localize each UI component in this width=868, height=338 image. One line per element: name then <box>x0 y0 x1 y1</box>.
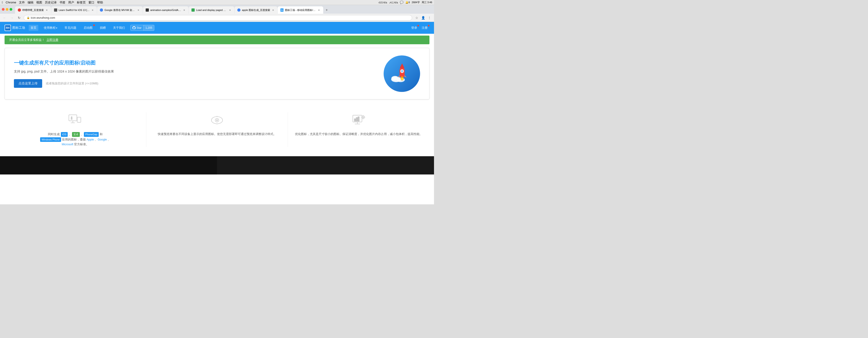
menu-help[interactable]: 帮助 <box>97 0 103 5</box>
address-bar: ← → ↻ 🔒 icon.wuruihong.com ☆ 👤 ⋮ <box>0 14 434 22</box>
address-input[interactable]: 🔒 icon.wuruihong.com <box>24 15 412 21</box>
feature-multiplatform: 同时生成 iOS 、安卓 、PhoneGap 和 Windows Phone 应… <box>5 107 146 152</box>
tab-close-icon[interactable]: ✕ <box>228 8 231 12</box>
network-down: ↓4.1 K/s <box>389 1 398 4</box>
bottom-panel-left <box>0 156 217 175</box>
upload-section: 点击这里上传 或者拖放您的设计文件到这里 (<=10MB) <box>14 79 383 88</box>
menu-edit[interactable]: 编辑 <box>28 0 33 5</box>
site-logo[interactable]: RH 图标工场 <box>5 25 25 31</box>
tab-paged-data[interactable]: Load and display paged data ... ✕ <box>189 6 234 14</box>
svg-point-30 <box>363 117 364 118</box>
svg-rect-28 <box>358 117 359 121</box>
tab-title: animation-samples/GridAdapt... <box>150 9 181 11</box>
menu-file[interactable]: 文件 <box>19 0 25 5</box>
eye-icon <box>209 112 225 128</box>
menu-user[interactable]: 用户 <box>68 0 74 5</box>
lock-icon: 🔒 <box>27 16 30 19</box>
tab-favicon <box>18 8 21 12</box>
user-account-icon[interactable]: 👤 <box>420 15 426 21</box>
chrome-window: 哔哩哔哩_百度搜索 ✕ Learn SwiftUI for iOS 13 [pa… <box>0 5 434 204</box>
launch-badge <box>93 24 95 26</box>
more-options-icon[interactable]: ⋮ <box>427 15 432 21</box>
svg-rect-11 <box>69 115 77 121</box>
svg-point-6 <box>401 70 403 72</box>
svg-point-14 <box>71 116 72 118</box>
tab-animation[interactable]: animation-samples/GridAdapt... ✕ <box>143 6 188 14</box>
android-tag[interactable]: 安卓 <box>72 132 80 137</box>
tab-close-icon[interactable]: ✕ <box>317 8 320 12</box>
tab-google-mvvm[interactable]: Google 推荐在 MVVM 架构中传... ✕ <box>97 6 143 14</box>
forward-button[interactable]: → <box>9 15 14 21</box>
back-button[interactable]: ← <box>2 15 7 21</box>
tab-icon-factory[interactable]: RH 图标工场 - 移动应用图标/启动图... ✕ <box>278 6 323 14</box>
features-section: 同时生成 iOS 、安卓 、PhoneGap 和 Windows Phone 应… <box>0 103 434 152</box>
clock: 周三 3:46 <box>422 1 432 4</box>
register-button[interactable]: 注册 <box>420 25 429 31</box>
svg-point-10 <box>401 78 403 80</box>
tab-apple-icon[interactable]: apple 图标生成_百度搜索 ✕ <box>235 6 277 14</box>
refresh-button[interactable]: ↻ <box>17 15 22 21</box>
logo-icon: RH <box>5 25 11 31</box>
new-tab-button[interactable]: + <box>323 7 330 13</box>
bookmark-star-icon[interactable]: ☆ <box>414 15 420 21</box>
tab-title: 哔哩哔哩_百度搜索 <box>22 8 44 12</box>
feature-optimize: 优化图标，尤其是尺寸较小的图标。保证清晰度，并优化图片内存占用，减小包体积，提高… <box>288 107 429 152</box>
nav-donate[interactable]: 捐赠 <box>98 25 107 31</box>
apple-menu[interactable]:  <box>2 1 3 4</box>
github-star-button[interactable]: Star 1,205 <box>130 25 154 31</box>
minimize-button[interactable] <box>6 8 8 11</box>
tab-close-icon[interactable]: ✕ <box>91 8 94 12</box>
nav-launch[interactable]: 启动图 <box>82 25 94 31</box>
main-desc: 支持 jpg, png, psd 文件。上传 1024 x 1024 像素的图片… <box>14 69 383 74</box>
maximize-button[interactable] <box>9 8 12 11</box>
tab-close-icon[interactable]: ✕ <box>183 8 186 12</box>
rocket-svg <box>389 61 414 86</box>
google-link[interactable]: Google <box>98 138 107 141</box>
svg-marker-4 <box>400 63 404 68</box>
phonegap-tag[interactable]: PhoneGap <box>84 132 99 137</box>
windows-phone-tag[interactable]: Windows Phone <box>40 137 61 142</box>
traffic-lights <box>0 7 14 12</box>
nav-home[interactable]: 首页 <box>29 25 38 31</box>
tab-favicon <box>146 8 149 12</box>
site-name: 图标工场 <box>12 26 25 30</box>
menu-window[interactable]: 窗口 <box>88 0 94 5</box>
promo-link[interactable]: 立即注册 <box>46 38 58 42</box>
main-card-content: 一键生成所有尺寸的应用图标/启动图 支持 jpg, png, psd 文件。上传… <box>14 60 383 88</box>
tab-swiftui[interactable]: Learn SwiftUI for iOS 13 [part... ✕ <box>51 6 97 14</box>
ios-tag[interactable]: iOS <box>61 132 68 137</box>
wechat-icon[interactable]: 💬 <box>400 1 403 4</box>
star-count[interactable]: 1,205 <box>144 25 154 31</box>
menu-tabs[interactable]: 标签页 <box>77 0 86 5</box>
tab-close-icon[interactable]: ✕ <box>137 8 140 12</box>
menu-bookmarks[interactable]: 书签 <box>60 0 65 5</box>
tab-title: apple 图标生成_百度搜索 <box>242 8 270 12</box>
tab-title: Google 推荐在 MVVM 架构中传... <box>104 8 135 12</box>
svg-rect-15 <box>71 118 72 120</box>
close-button[interactable] <box>2 8 5 11</box>
login-button[interactable]: 登录 <box>409 25 419 31</box>
tab-bilibili[interactable]: 哔哩哔哩_百度搜索 ✕ <box>15 6 51 14</box>
svg-rect-27 <box>356 118 357 121</box>
tab-title: 图标工场 - 移动应用图标/启动图... <box>285 8 316 12</box>
tab-bar: 哔哩哔哩_百度搜索 ✕ Learn SwiftUI for iOS 13 [pa… <box>14 5 434 14</box>
nav-faq[interactable]: 常见问题 <box>63 25 78 31</box>
menu-history[interactable]: 历史记录 <box>45 0 57 5</box>
svg-marker-8 <box>405 75 407 78</box>
microsoft-link[interactable]: Microsoft <box>62 143 73 146</box>
tab-close-icon[interactable]: ✕ <box>45 8 48 12</box>
tab-favicon <box>100 8 103 12</box>
apple-link[interactable]: Apple <box>87 138 94 141</box>
rocket-illustration <box>383 55 420 92</box>
register-badge <box>428 25 429 27</box>
menu-view[interactable]: 视图 <box>36 0 42 5</box>
bell-icon[interactable]: 🔔6 <box>405 1 410 4</box>
app-name[interactable]: Chrome <box>6 1 16 4</box>
tab-close-icon[interactable]: ✕ <box>272 8 275 12</box>
nav-tutorial[interactable]: 使用教程 ▾ <box>42 25 59 31</box>
star-text: Star <box>136 26 142 29</box>
upload-button[interactable]: 点击这里上传 <box>14 79 42 88</box>
nav-about[interactable]: 关于我们 <box>111 25 127 31</box>
website-content: RH 图标工场 首页 使用教程 ▾ 常见问题 启动图 捐赠 <box>0 22 434 204</box>
star-label[interactable]: Star <box>131 25 144 31</box>
